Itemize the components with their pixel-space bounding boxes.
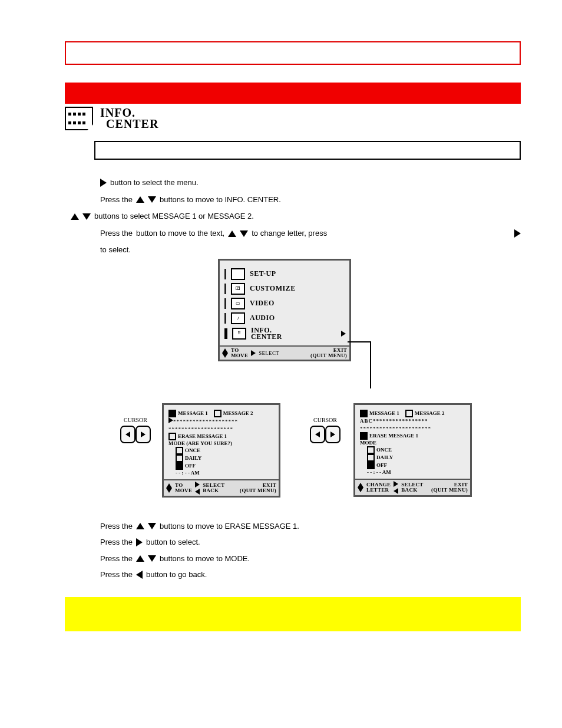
- cursor-buttons-right: CURSOR: [308, 417, 343, 443]
- triangle-down-icon: [148, 555, 156, 562]
- triangle-right-icon: [136, 538, 143, 546]
- checkbox-icon[interactable]: [176, 454, 183, 462]
- bullet-4: Press the button to move to the text, to…: [100, 225, 521, 242]
- key-icon: ⚿: [231, 283, 245, 295]
- keypad-icon: [65, 107, 93, 130]
- triangle-up-icon: [136, 196, 144, 203]
- triangle-right-icon: [251, 350, 256, 356]
- triangle-up-icon: [222, 348, 228, 353]
- triangle-up-icon: [136, 555, 144, 562]
- triangle-left-icon: [315, 431, 320, 437]
- checkbox-icon[interactable]: [214, 410, 222, 417]
- bullet2-pre: Press the: [100, 192, 133, 209]
- cursor-right-button[interactable]: [135, 426, 151, 443]
- sub-b-footer: CHANGELETTER SELECTBACK EXIT(QUIT MENU): [355, 479, 470, 495]
- bottom-bullet-1: Press the buttons to move to ERASE MESSA…: [100, 518, 521, 534]
- menu-item-video[interactable]: ▭ VIDEO: [224, 298, 346, 309]
- menu-item-audio[interactable]: ♪ AUDIO: [224, 312, 346, 324]
- sub-a-footer: TOMOVE SELECTBACK EXIT(QUIT MENU): [164, 479, 279, 496]
- bottom-bullet-2: Press the button to select.: [100, 534, 521, 550]
- menu-item-info-center[interactable]: ⠿ INFO. CENTER: [224, 327, 346, 340]
- cursor-buttons-left: CURSOR: [118, 417, 153, 443]
- triangle-left-icon: [394, 488, 398, 494]
- checkbox-icon[interactable]: [405, 410, 413, 417]
- triangle-down-icon: [148, 196, 156, 203]
- bottom-bullet-3: Press the buttons to move to MODE.: [100, 551, 521, 566]
- menu-diagram: SET-UP ⚿ CUSTOMIZE ▭ VIDEO ♪ AUDIO ⠿: [100, 259, 521, 518]
- triangle-down-icon: [240, 230, 248, 237]
- bullet-4b: to select.: [100, 242, 521, 259]
- bullet1-text: button to select the menu.: [110, 174, 199, 192]
- triangle-up-icon: [166, 483, 172, 488]
- bullet4-mid: button to move to the text,: [136, 225, 224, 242]
- triangle-down-icon: [166, 488, 172, 493]
- instructions-top: button to select the menu. Press the but…: [100, 174, 521, 259]
- bullet4-post: to change letter, press: [252, 225, 327, 242]
- checkbox-icon[interactable]: [367, 462, 375, 469]
- triangle-right-icon: [514, 229, 521, 238]
- bullet3-post: buttons to select MESSAGE 1 or MESSAGE 2…: [94, 208, 254, 225]
- header-red-solid-bar: [65, 83, 521, 104]
- cursor-label: CURSOR: [118, 417, 153, 423]
- instruction-box: [94, 141, 521, 160]
- triangle-down-icon: [82, 213, 91, 220]
- bullet-1: button to select the menu.: [100, 174, 521, 192]
- checkbox-icon[interactable]: [367, 446, 375, 454]
- cursor-left-button[interactable]: [120, 426, 135, 443]
- info-line2: CENTER: [106, 118, 158, 130]
- bullet2-post: buttons to move to INFO. CENTER.: [160, 192, 281, 209]
- instructions-bottom: Press the buttons to move to ERASE MESSA…: [100, 518, 521, 582]
- footer-yellow-bar: [65, 597, 521, 631]
- triangle-down-icon: [222, 353, 228, 358]
- triangle-up-icon: [71, 213, 79, 220]
- info-center-heading: INFO. CENTER: [65, 107, 521, 130]
- triangle-up-icon: [358, 483, 363, 487]
- main-menu-footer: TOMOVE SELECT EXIT(QUIT MENU): [220, 345, 349, 360]
- cursor-left-button[interactable]: [310, 426, 325, 443]
- triangle-down-icon: [358, 487, 363, 492]
- monitor-icon: [231, 268, 245, 280]
- bullet4-pre: Press the: [100, 225, 133, 242]
- triangle-right-icon: [141, 431, 146, 437]
- checkbox-icon[interactable]: [367, 454, 375, 462]
- checkbox-icon[interactable]: [176, 462, 183, 470]
- keypad-icon: ⠿: [232, 328, 246, 340]
- menu-item-customize[interactable]: ⚿ CUSTOMIZE: [224, 283, 346, 295]
- note-icon: ♪: [231, 312, 245, 324]
- info-center-label: INFO. CENTER: [100, 107, 158, 130]
- bottom-bullet-4: Press the button to go back.: [100, 566, 521, 582]
- bullet4-end: to select.: [100, 242, 131, 259]
- message-menu-initial: MESSAGE 1 MESSAGE 2 ********************…: [162, 403, 280, 498]
- triangle-up-icon: [136, 523, 144, 529]
- video-icon: ▭: [231, 298, 245, 309]
- checkbox-icon[interactable]: [168, 433, 176, 440]
- triangle-up-icon: [228, 230, 236, 237]
- manual-page: INFO. CENTER button to select the menu. …: [0, 0, 562, 728]
- triangle-right-icon: [168, 417, 173, 423]
- header-red-outline-bar: [65, 41, 521, 65]
- cursor-right-button[interactable]: [325, 426, 340, 443]
- checkbox-icon[interactable]: [360, 432, 368, 440]
- triangle-left-icon: [125, 431, 130, 437]
- triangle-left-icon: [195, 489, 200, 495]
- bullet-2: Press the buttons to move to INFO. CENTE…: [100, 192, 521, 209]
- checkbox-icon[interactable]: [360, 410, 368, 417]
- triangle-right-icon: [394, 481, 398, 487]
- cursor-label: CURSOR: [308, 417, 343, 423]
- triangle-right-icon: [195, 482, 200, 487]
- message-menu-editing: MESSAGE 1 MESSAGE 2 ABC*****************…: [353, 403, 472, 497]
- triangle-right-icon: [341, 331, 346, 337]
- triangle-right-icon: [330, 431, 335, 437]
- triangle-down-icon: [148, 523, 156, 529]
- bullet-3: buttons to select MESSAGE 1 or MESSAGE 2…: [71, 208, 521, 225]
- checkbox-icon[interactable]: [176, 447, 183, 454]
- menu-item-setup[interactable]: SET-UP: [224, 268, 346, 280]
- triangle-left-icon: [136, 571, 143, 579]
- triangle-right-icon: [100, 179, 107, 187]
- main-menu-osd: SET-UP ⚿ CUSTOMIZE ▭ VIDEO ♪ AUDIO ⠿: [218, 259, 351, 361]
- checkbox-icon[interactable]: [168, 410, 176, 417]
